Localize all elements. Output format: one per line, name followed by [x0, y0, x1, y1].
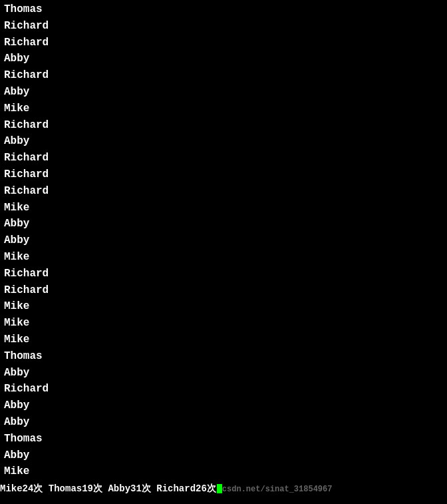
list-item: Abby [4, 216, 443, 232]
list-item: Mike [4, 463, 443, 480]
list-item: Abby [4, 133, 443, 150]
list-item: Richard [4, 183, 443, 200]
list-item: Abby [4, 447, 443, 464]
name-list: ThomasRichardRichardAbbyRichardAbbyMikeR… [0, 0, 447, 481]
status-bar: Mike24次 Thomas19次 Abby31次 Richard26次csdn… [0, 481, 447, 496]
list-item: Richard [4, 67, 443, 84]
list-item: Abby [4, 232, 443, 249]
list-item: Abby [4, 414, 443, 431]
list-item: Thomas [4, 348, 443, 365]
list-item: Abby [4, 84, 443, 101]
list-item: Abby [4, 397, 443, 414]
list-item: Thomas [4, 431, 443, 447]
list-item: Mike [4, 200, 443, 216]
list-item: Mike [4, 332, 443, 348]
list-item: Richard [4, 166, 443, 183]
list-item: Richard [4, 18, 443, 35]
list-item: Mike [4, 298, 443, 315]
list-item: Abby [4, 51, 443, 67]
list-item: Richard [4, 150, 443, 166]
list-item: Richard [4, 381, 443, 397]
list-item: Richard [4, 117, 443, 134]
status-text: Mike24次 Thomas19次 Abby31次 Richard26次 [0, 483, 216, 494]
cursor [217, 484, 222, 493]
list-item: Abby [4, 365, 443, 381]
list-item: Mike [4, 101, 443, 117]
list-item: Richard [4, 35, 443, 51]
list-item: Richard [4, 282, 443, 299]
watermark: csdn.net/sinat_31854967 [222, 485, 333, 494]
list-item: Mike [4, 249, 443, 266]
list-item: Mike [4, 315, 443, 332]
list-item: Thomas [4, 1, 443, 18]
list-item: Richard [4, 266, 443, 282]
